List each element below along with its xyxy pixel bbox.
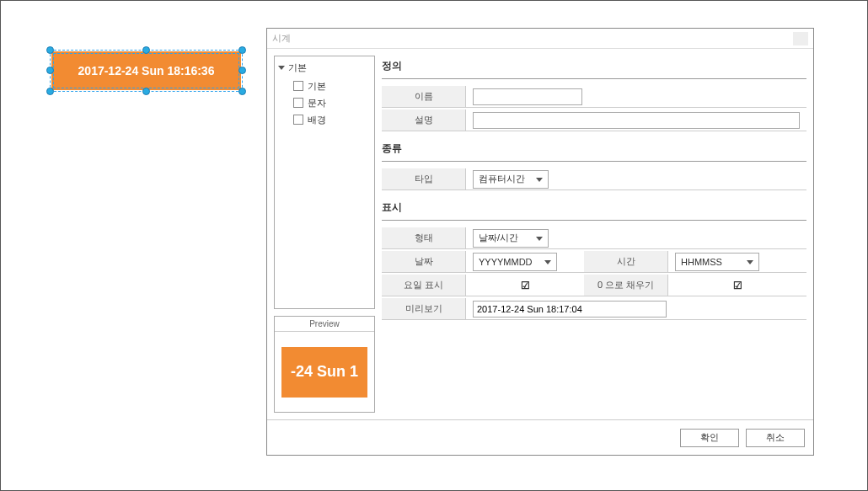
time-format-select[interactable]: HHMMSS [675,253,759,271]
description-input[interactable] [473,112,800,129]
clock-widget-body: 2017-12-24 Sun 18:16:36 [51,51,241,90]
prop-label-form: 형태 [382,227,466,248]
property-tree: 기본 기본 문자 배경 [274,56,375,309]
tree-item-label: 문자 [308,97,326,109]
time-select-value: HHMMSS [681,257,722,267]
prop-row-form: 형태 날짜/시간 [382,227,806,249]
resize-handle-s[interactable] [142,88,150,95]
dialog-title-text: 시계 [272,32,291,45]
prop-row-weekday-zeropad: 요일 표시 ☑ 0 으로 채우기 ☑ [382,275,806,296]
preview-swatch: -24 Sun 1 [281,347,367,398]
section-definition-title: 정의 [382,56,806,77]
resize-handle-w[interactable] [46,67,54,74]
prop-row-name: 이름 [382,86,806,108]
date-format-select[interactable]: YYYYMMDD [473,253,557,271]
resize-handle-ne[interactable] [238,46,246,54]
ok-button[interactable]: 확인 [680,429,739,447]
dialog-body: 기본 기본 문자 배경 [267,49,813,419]
section-type-title: 종류 [382,138,806,159]
cancel-button[interactable]: 취소 [746,429,805,447]
tree-root-label: 기본 [288,61,307,74]
zeropad-checkbox[interactable]: ☑ [731,280,743,291]
preview-label: Preview [275,317,374,332]
checkbox-icon[interactable] [293,115,303,125]
tree-item-background[interactable]: 배경 [293,111,371,128]
prop-label-type: 타입 [382,168,466,189]
date-select-value: YYYYMMDD [479,257,533,267]
prop-row-date-time: 날짜 YYYYMMDD 시간 HHMMSS [382,251,806,273]
prop-row-desc: 설명 [382,109,806,131]
section-divider [382,220,806,221]
dialog-right-column: 정의 이름 설명 종류 타입 [382,56,806,413]
form-select-value: 날짜/시간 [479,232,518,244]
close-icon[interactable] [793,32,808,45]
clock-properties-dialog: 시계 기본 기본 [266,28,814,456]
resize-handle-nw[interactable] [46,46,54,54]
prop-label-time: 시간 [584,251,668,272]
app-frame: 2017-12-24 Sun 18:16:36 시계 기본 [0,0,868,491]
prop-label-name: 이름 [382,86,466,107]
preview-output [473,301,667,318]
type-select[interactable]: 컴퓨터시간 [473,170,549,189]
prop-label-zeropad: 0 으로 채우기 [584,275,668,296]
prop-label-date: 날짜 [382,251,466,272]
prop-row-preview: 미리보기 [382,298,806,320]
tree-root-item[interactable]: 기본 [278,61,371,74]
prop-label-preview: 미리보기 [382,298,466,319]
dialog-footer: 확인 취소 [267,419,813,455]
prop-label-desc: 설명 [382,109,466,131]
resize-handle-n[interactable] [142,46,150,54]
section-divider [382,161,806,162]
form-select[interactable]: 날짜/시간 [473,229,549,248]
dialog-titlebar[interactable]: 시계 [267,29,813,49]
tree-item-label: 배경 [308,114,326,126]
name-input[interactable] [473,88,582,105]
tree-item-basic[interactable]: 기본 [293,77,371,94]
selected-clock-widget[interactable]: 2017-12-24 Sun 18:16:36 [51,51,241,90]
checkbox-icon[interactable] [293,81,303,91]
section-display-title: 표시 [382,197,806,218]
type-select-value: 컴퓨터시간 [479,173,525,185]
tree-item-text[interactable]: 문자 [293,94,371,111]
section-divider [382,78,806,79]
tree-item-label: 기본 [308,80,326,93]
resize-handle-se[interactable] [238,88,246,95]
preview-panel: Preview -24 Sun 1 [274,316,375,413]
prop-row-type: 타입 컴퓨터시간 [382,168,806,190]
dialog-left-column: 기본 기본 문자 배경 [274,56,375,413]
resize-handle-e[interactable] [238,67,246,74]
checkbox-icon[interactable] [293,98,303,108]
weekday-checkbox[interactable]: ☑ [519,280,531,291]
resize-handle-sw[interactable] [46,88,54,95]
prop-label-weekday: 요일 표시 [382,275,466,296]
chevron-down-icon [278,66,285,70]
